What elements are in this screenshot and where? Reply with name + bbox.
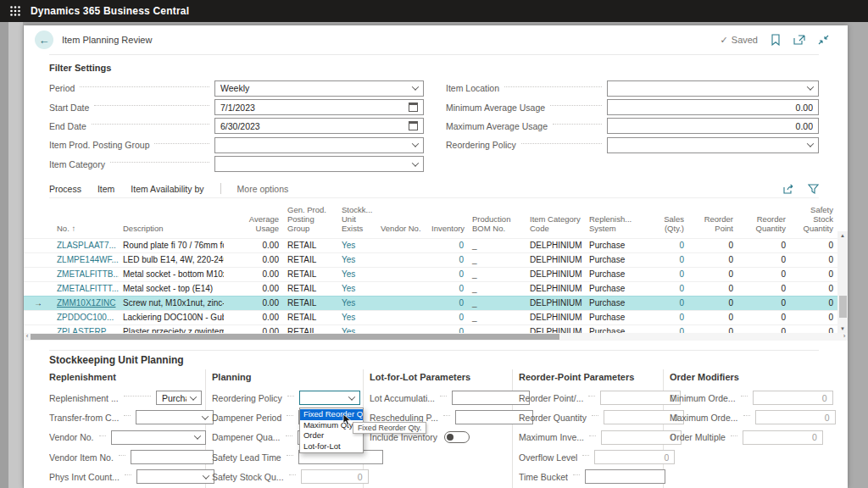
dropdown-item-category-field[interactable] (214, 156, 424, 172)
dropdown-item-location-field[interactable] (607, 80, 819, 97)
calendar-icon[interactable] (409, 103, 418, 112)
sku-vendor-no-field[interactable] (111, 430, 206, 445)
cell-sku-exists[interactable]: Yes (337, 296, 376, 310)
column-header[interactable]: Inventory (427, 203, 468, 238)
grid-horizontal-scrollbar[interactable]: ‹ › (24, 333, 848, 341)
column-header[interactable]: Reorder Point (688, 203, 737, 238)
cell-sku-exists[interactable]: Yes (337, 310, 376, 324)
cell-sku-exists[interactable]: Yes (337, 238, 376, 252)
column-header[interactable]: Average Usage (224, 203, 283, 238)
scroll-up-arrow[interactable]: ▲ (837, 231, 848, 240)
cell-no[interactable]: ZMM10X1ZINC⋮ (53, 296, 119, 310)
dropdown-item-prod-posting-group-field[interactable] (214, 137, 424, 153)
cell-no[interactable]: ZLMPE144WF... (53, 252, 119, 267)
column-header[interactable]: Reorder Quantity (737, 203, 790, 238)
dropdown-option[interactable]: Fixed Reorder Qty. (300, 409, 363, 420)
cell-sales-qty[interactable]: 0 (641, 281, 688, 296)
cell-inventory[interactable]: 0 (427, 310, 468, 324)
dotted-leader (286, 435, 292, 436)
column-header[interactable]: Vendor No. (376, 203, 427, 238)
vertical-scroll-thumb[interactable] (839, 296, 847, 318)
collapse-icon[interactable] (818, 35, 829, 45)
cell-sales-qty[interactable]: 0 (641, 296, 688, 310)
popout-icon[interactable] (793, 35, 805, 45)
item-no-link[interactable]: ZMETALFITTB... (57, 269, 119, 279)
item-no-link[interactable]: ZLASPLAAT7... (57, 241, 116, 250)
item-no-link[interactable]: ZMETALFITTT... (57, 284, 119, 293)
grid-vertical-scrollbar[interactable]: ▲ ▼ (837, 231, 848, 333)
sku-time-bucket-field[interactable] (585, 469, 665, 484)
table-row[interactable]: ZPDDOC100...Lackiering DOC100N - Gubad0.… (24, 310, 837, 324)
horizontal-scroll-thumb[interactable] (31, 334, 559, 340)
dotted-leader (521, 143, 602, 144)
table-row[interactable]: ZLASPLAAT7...Round plate fi 70 / 76mm fo… (24, 238, 837, 252)
cell-sku-exists[interactable]: Yes (337, 252, 376, 267)
sku-phys-invt-count-field[interactable] (136, 469, 214, 484)
column-header[interactable]: Item Category Code (526, 203, 585, 238)
cell-inventory[interactable]: 0 (427, 238, 468, 252)
item-no-link[interactable]: ZPDDOC100... (57, 313, 114, 322)
maximum-average-usage-field[interactable]: 0.00 (607, 118, 819, 134)
cell-inventory[interactable]: 0 (427, 252, 468, 267)
include-inventory-toggle[interactable] (444, 431, 470, 443)
table-row[interactable]: →ZMM10X1ZINC⋮Screw nut, M10x1nut, zinc- … (24, 296, 837, 310)
end-date-field[interactable]: 6/30/2023 (214, 118, 424, 134)
column-header[interactable]: No. ↑ (53, 203, 119, 238)
dropdown-option[interactable]: Lot-for-Lot (300, 441, 363, 452)
cell-no[interactable]: ZPDDOC100... (53, 310, 119, 324)
cell-sales-qty[interactable]: 0 (641, 267, 688, 281)
sku-replenishment-field[interactable]: Purchase (156, 391, 202, 405)
column-header[interactable]: Production BOM No. (468, 203, 526, 238)
item-no-link[interactable]: ZLMPE144WF... (57, 255, 119, 264)
column-header[interactable]: Stockk... Unit Exists (337, 203, 376, 238)
cell-no[interactable]: ZMETALFITTT... (53, 281, 119, 296)
sku-field-label: Transfer-from C... (49, 413, 119, 423)
cell-no[interactable]: ZMETALFITTB... (53, 267, 119, 281)
cell-no[interactable]: ZLASPLAAT7... (53, 238, 119, 252)
column-header[interactable]: Gen. Prod. Posting Group (283, 203, 337, 238)
dropdown-reordering-policy-field[interactable] (607, 137, 819, 153)
table-row[interactable]: ZLMPE144WF...LED bulb E14, 4W, 220-240V,… (24, 252, 837, 267)
cell-reorder-point: 0 (688, 238, 737, 252)
minimum-average-usage-field[interactable]: 0.00 (607, 99, 819, 115)
table-row[interactable]: ZMETALFITTT...Metal socket - top (E14)0.… (24, 281, 837, 296)
bookmark-icon[interactable] (771, 34, 781, 46)
share-icon[interactable] (783, 184, 795, 194)
column-header[interactable]: Safety Stock Quantity (790, 203, 837, 238)
sku-field-row: Transfer-from C... (49, 408, 203, 427)
cell-sales-qty[interactable]: 0 (641, 238, 688, 252)
calendar-icon[interactable] (409, 121, 418, 130)
column-header[interactable]: Description (119, 203, 224, 238)
dropdown-period-field[interactable]: Weekly (214, 80, 424, 97)
toolbar-item-item[interactable]: Item (97, 184, 114, 194)
start-date-field[interactable]: 7/1/2023 (214, 99, 424, 115)
sku-vendor-item-no-field[interactable] (131, 450, 214, 464)
item-no-link[interactable]: ZMM10X1ZINC (57, 298, 115, 308)
cell-inventory[interactable]: 0 (427, 281, 468, 296)
cell-sales-qty[interactable]: 0 (641, 310, 688, 324)
sku-field-label: Phys Invt Count... (49, 472, 120, 482)
more-options-button[interactable]: More options (237, 184, 289, 194)
cell-sales-qty[interactable]: 0 (641, 252, 688, 267)
cell-inventory[interactable]: 0 (427, 267, 468, 281)
column-header[interactable]: Sales (Qty.) (641, 203, 688, 238)
table-row[interactable]: ZMETALFITTB...Metal socket - bottom M10x… (24, 267, 837, 281)
scroll-right-arrow[interactable]: › (841, 332, 848, 340)
toolbar-item-process[interactable]: Process (49, 184, 81, 194)
items-grid: No. ↑DescriptionAverage UsageGen. Prod. … (24, 203, 848, 339)
back-button[interactable]: ← (35, 30, 53, 49)
cell-item-category: DELPHINIUM (526, 281, 585, 296)
sku-field-label: Order Multiple (670, 432, 726, 442)
scroll-left-arrow[interactable]: ‹ (24, 332, 31, 340)
filter-row: Item Prod. Posting Group (49, 136, 424, 154)
cell-sku-exists[interactable]: Yes (337, 281, 376, 296)
cell-inventory[interactable]: 0 (427, 296, 468, 310)
filter-icon[interactable] (808, 184, 819, 194)
cell-sku-exists[interactable]: Yes (337, 267, 376, 281)
app-launcher-icon[interactable] (9, 5, 21, 17)
dotted-leader (287, 415, 293, 416)
sku-transfer-from-c-field[interactable] (136, 410, 214, 424)
sku-reordering-policy-field[interactable] (299, 391, 360, 405)
column-header[interactable]: Replenish... System (585, 203, 641, 238)
toolbar-item-item-availability-by[interactable]: Item Availability by (131, 184, 203, 194)
